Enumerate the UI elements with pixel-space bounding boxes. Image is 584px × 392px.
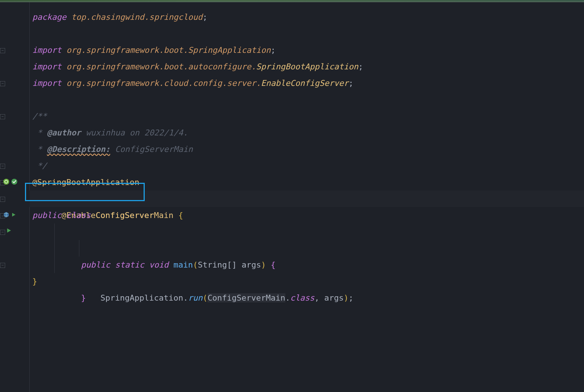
import-class: EnableConfigServer <box>261 79 349 88</box>
code-line[interactable]: import org.springframework.boot.autoconf… <box>29 58 584 75</box>
code-line[interactable]: import org.springframework.boot.SpringAp… <box>29 42 584 58</box>
keyword-import: import <box>32 46 61 55</box>
paren-open: ( <box>203 293 208 302</box>
keyword-package: package <box>32 12 66 22</box>
svg-point-0 <box>3 179 9 185</box>
gutter-run-main[interactable] <box>6 228 12 233</box>
package-name: top.chasingwind.springcloud <box>66 12 203 22</box>
code-line[interactable]: } <box>29 273 584 290</box>
gutter-icons-line-11[interactable] <box>3 178 18 185</box>
doc-comment-open: /** <box>32 112 47 121</box>
semicolon: ; <box>349 79 353 88</box>
keyword-import: import <box>32 62 61 71</box>
svg-point-1 <box>11 179 17 185</box>
semicolon: ; <box>203 12 208 22</box>
semicolon: ; <box>349 293 353 302</box>
doc-star: * <box>32 145 47 154</box>
code-line[interactable]: } <box>29 257 584 273</box>
code-line[interactable]: package top.chasingwind.springcloud; <box>29 9 584 25</box>
semicolon: ; <box>358 62 363 71</box>
code-line[interactable]: @SpringBootApplication <box>29 174 584 190</box>
run-icon <box>6 228 12 233</box>
paren-close: ) <box>344 293 349 302</box>
fold-toggle[interactable]: − <box>0 81 5 86</box>
code-line[interactable]: * @author wuxinhua on 2022/1/4. <box>29 124 584 141</box>
doc-tag-author: @author <box>47 128 81 137</box>
gutter-icons-line-13[interactable] <box>3 211 16 218</box>
semicolon: ; <box>271 46 275 55</box>
code-line[interactable]: * @Description: ConfigServerMain <box>29 141 584 157</box>
code-line[interactable]: public static void main(String[] args) { <box>29 224 584 240</box>
indent <box>61 293 81 302</box>
globe-icon <box>3 211 10 218</box>
annotation: @SpringBootApplication <box>32 178 139 187</box>
fold-toggle[interactable]: − <box>0 197 5 202</box>
brace-close: } <box>81 293 86 302</box>
brace-close: } <box>32 277 37 286</box>
arg-name: args <box>324 293 344 302</box>
fold-toggle[interactable]: − <box>0 164 5 169</box>
code-line[interactable]: import org.springframework.cloud.config.… <box>29 75 584 91</box>
class-literal: ConfigServerMain <box>208 293 285 302</box>
fold-toggle[interactable]: − <box>0 230 5 235</box>
class-name: ConfigServerMain <box>95 211 173 220</box>
doc-star: * <box>32 128 47 137</box>
code-line-blank[interactable] <box>29 91 584 108</box>
code-line[interactable]: */ <box>29 157 584 174</box>
method-name: run <box>188 293 203 302</box>
import-class: SpringBootApplication <box>256 62 358 71</box>
code-line-highlighted[interactable]: @EnableConfigServer <box>29 190 584 207</box>
fold-toggle[interactable]: − <box>0 48 5 53</box>
import-path: org.springframework.boot. <box>61 46 188 55</box>
code-area[interactable]: package top.chasingwind.springcloud; imp… <box>29 2 584 392</box>
editor: − − − − − − − − − <box>0 2 584 392</box>
doc-text: ConfigServerMain <box>110 145 193 154</box>
class-ref: SpringApplication <box>100 293 183 302</box>
code-line-blank[interactable] <box>29 25 584 42</box>
code-line[interactable]: /** <box>29 108 584 124</box>
doc-text: wuxinhua on 2022/1/4. <box>81 128 188 137</box>
dot: . <box>183 293 188 302</box>
keyword-public: public <box>32 211 61 220</box>
run-icon <box>11 212 16 217</box>
comma: , <box>314 293 324 302</box>
code-line[interactable]: public class ConfigServerMain { <box>29 207 584 224</box>
spring-icon <box>3 178 10 185</box>
dot: . <box>285 293 290 302</box>
fold-toggle[interactable]: − <box>0 263 5 268</box>
import-path: org.springframework.boot.autoconfigure. <box>61 62 256 71</box>
code-line[interactable]: SpringApplication.run(ConfigServerMain.c… <box>29 240 584 257</box>
fold-toggle[interactable]: − <box>0 114 5 119</box>
doc-comment-close: */ <box>32 161 47 170</box>
import-class: SpringApplication <box>188 46 271 55</box>
keyword-class-literal: class <box>290 293 314 302</box>
import-path: org.springframework.cloud.config.server. <box>61 79 261 88</box>
keyword-import: import <box>32 79 61 88</box>
keyword-class: class <box>66 211 91 220</box>
check-icon <box>11 178 18 185</box>
doc-tag-description: @Description: <box>47 145 110 154</box>
gutter: − − − − − − − − − <box>0 2 29 392</box>
brace-open: { <box>173 211 183 220</box>
